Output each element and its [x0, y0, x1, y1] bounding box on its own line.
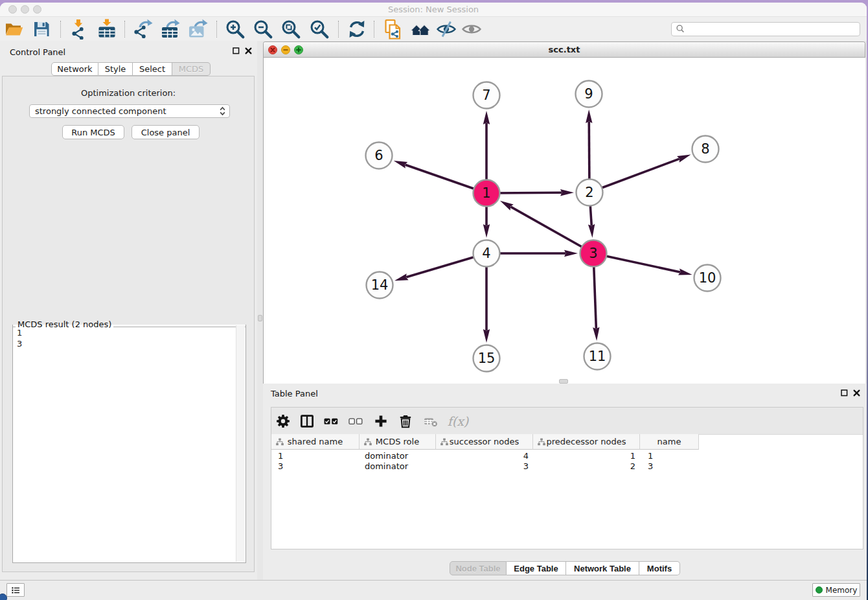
select-chevrons-icon: [218, 106, 227, 116]
optimization-criterion-select[interactable]: strongly connected component: [29, 104, 230, 118]
optimization-criterion-value: strongly connected component: [35, 106, 218, 116]
control-panel-tab-select[interactable]: Select: [133, 62, 172, 76]
show-selected-icon[interactable]: [461, 18, 483, 40]
corner-badge-icon: [0, 594, 7, 600]
zoom-in-icon[interactable]: [224, 18, 246, 40]
export-image-icon[interactable]: [187, 18, 209, 40]
table-cell: 1: [533, 451, 640, 461]
control-panel-tab-style[interactable]: Style: [98, 62, 133, 76]
vertical-splitter-handle[interactable]: [258, 315, 262, 321]
graph-node-15[interactable]: 15: [474, 345, 500, 372]
table-tab-motifs[interactable]: Motifs: [639, 561, 680, 575]
control-panel-window-buttons: [233, 47, 252, 56]
column-header-MCDS-role[interactable]: MCDS role: [360, 434, 436, 450]
show-columns-icon[interactable]: [299, 413, 315, 430]
memory-button[interactable]: Memory: [812, 583, 860, 597]
result-scrollbar[interactable]: [236, 325, 245, 562]
delete-table-icon: [422, 413, 439, 430]
open-file-icon[interactable]: [3, 18, 25, 40]
table-settings-icon[interactable]: [275, 413, 291, 430]
table-panel-close-icon[interactable]: [853, 389, 860, 398]
column-header-shared-name[interactable]: shared name: [271, 434, 360, 450]
import-table-icon[interactable]: [96, 18, 118, 40]
mcds-pane: Optimization criterion: strongly connect…: [2, 76, 255, 572]
graph-node-10[interactable]: 10: [694, 265, 721, 292]
hide-selected-icon[interactable]: [435, 18, 457, 40]
svg-text:7: 7: [482, 87, 490, 103]
graph-node-1[interactable]: 1: [474, 180, 500, 207]
mcds-result-list: 1 3: [17, 328, 22, 349]
add-column-icon[interactable]: [372, 413, 389, 430]
table-cell: dominator: [360, 461, 436, 472]
table-tab-edge-table[interactable]: Edge Table: [507, 561, 566, 575]
horizontal-splitter-handle[interactable]: [559, 379, 568, 384]
graph-node-2[interactable]: 2: [577, 179, 603, 206]
network-title: scc.txt: [264, 45, 865, 54]
svg-text:11: 11: [589, 349, 606, 364]
table-cell: dominator: [360, 451, 436, 461]
search-icon: [672, 24, 685, 35]
delete-column-icon[interactable]: [397, 413, 414, 430]
graph-node-4[interactable]: 4: [474, 240, 500, 267]
search-box[interactable]: [671, 22, 860, 36]
task-history-button[interactable]: [6, 583, 25, 597]
table-tab-node-table[interactable]: Node Table: [450, 561, 507, 575]
column-header-successor-nodes[interactable]: successor nodes: [436, 434, 533, 450]
table-panel-float-icon[interactable]: [841, 389, 848, 398]
control-panel-close-icon[interactable]: [245, 47, 252, 56]
toolbar-separator: [124, 21, 125, 38]
toolbar-separator: [374, 21, 374, 38]
search-input[interactable]: [687, 24, 860, 35]
toolbar-separator: [60, 21, 61, 38]
app-titlebar: Session: New Session: [0, 3, 867, 17]
zoom-fit-icon[interactable]: [280, 18, 302, 40]
unselect-all-columns-icon[interactable]: [347, 413, 364, 430]
show-all-networks-icon[interactable]: [409, 18, 431, 40]
export-network-icon[interactable]: [132, 18, 154, 40]
graph-node-8[interactable]: 8: [692, 136, 719, 163]
control-panel-tab-mcds[interactable]: MCDS: [172, 62, 211, 76]
table-row[interactable]: 1dominator411: [271, 451, 699, 461]
save-session-icon[interactable]: [30, 18, 52, 40]
main-area: Control Panel NetworkStyleSelectMCDS Opt…: [0, 41, 867, 581]
graph-node-3[interactable]: 3: [580, 240, 607, 267]
duplicate-network-icon[interactable]: [382, 18, 404, 40]
toolbar-separator: [216, 21, 217, 38]
zoom-out-icon[interactable]: [252, 18, 274, 40]
graph-node-14[interactable]: 14: [367, 272, 393, 299]
refresh-icon[interactable]: [346, 18, 368, 40]
control-panel-float-icon[interactable]: [233, 47, 240, 56]
memory-status-icon: [816, 586, 823, 594]
select-all-columns-icon[interactable]: [323, 413, 339, 430]
run-mcds-button[interactable]: Run MCDS: [62, 125, 124, 139]
table-row[interactable]: 3dominator323: [271, 461, 699, 472]
table-cell: 2: [533, 461, 640, 472]
graph-node-11[interactable]: 11: [584, 343, 611, 370]
network-view-titlebar[interactable]: scc.txt: [264, 42, 865, 58]
svg-text:14: 14: [371, 277, 389, 293]
import-network-icon[interactable]: [68, 18, 90, 40]
toolbar-separator: [338, 21, 339, 38]
network-canvas[interactable]: 1234678910111415: [264, 58, 865, 384]
svg-text:9: 9: [584, 86, 593, 102]
table-tab-network-table[interactable]: Network Table: [566, 561, 639, 575]
svg-text:1: 1: [482, 185, 490, 201]
column-header-predecessor-nodes[interactable]: predecessor nodes: [533, 434, 640, 450]
zoom-selected-icon[interactable]: [308, 18, 330, 40]
control-panel-tab-network[interactable]: Network: [51, 62, 98, 76]
svg-text:8: 8: [701, 141, 709, 157]
graph-node-7[interactable]: 7: [474, 82, 500, 109]
export-table-icon[interactable]: [159, 18, 181, 40]
main-toolbar: [0, 17, 867, 41]
table-header: shared name MCDS role successor nodes pr…: [271, 434, 699, 450]
close-panel-button[interactable]: Close panel: [131, 125, 200, 139]
table-cell: 1: [271, 451, 360, 461]
graph-node-6[interactable]: 6: [366, 143, 393, 169]
node-table[interactable]: shared name MCDS role successor nodes pr…: [271, 434, 863, 549]
column-header-name[interactable]: name: [640, 434, 699, 450]
control-panel-tabs: NetworkStyleSelectMCDS: [51, 62, 211, 76]
status-bar: Memory: [0, 580, 867, 600]
app-window: Session: New Session: [0, 3, 867, 600]
svg-text:10: 10: [699, 270, 716, 286]
graph-node-9[interactable]: 9: [576, 81, 602, 108]
